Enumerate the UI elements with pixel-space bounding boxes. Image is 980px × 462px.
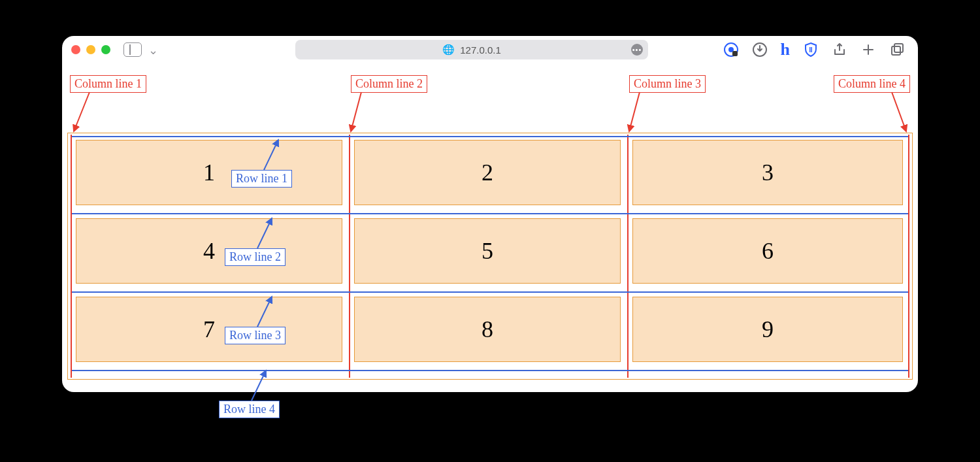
column-line-3-label: Column line 3 <box>629 75 706 93</box>
grid-cell-8: 8 <box>354 297 621 362</box>
grid-cell-5: 5 <box>354 218 621 284</box>
grid-cell-3: 3 <box>632 140 903 205</box>
row-line-3-label: Row line 3 <box>225 327 286 344</box>
column-line-1 <box>71 135 72 378</box>
column-1-arrow <box>70 91 96 139</box>
grid-cell-9: 9 <box>632 297 903 362</box>
row-line-1-label: Row line 1 <box>231 170 292 188</box>
row-line-2 <box>72 213 908 214</box>
column-2-arrow <box>342 91 368 139</box>
browser-window: ⌄ 🌐 127.0.0.1 ••• h <box>62 36 918 392</box>
row-line-4 <box>72 370 908 371</box>
column-line-4 <box>908 135 909 378</box>
grid-cell-2: 2 <box>354 140 621 205</box>
zoom-window-button[interactable] <box>101 45 110 54</box>
svg-rect-7 <box>894 44 903 52</box>
share-icon[interactable] <box>832 42 847 58</box>
page-settings-icon[interactable]: ••• <box>631 44 643 56</box>
column-line-3 <box>627 135 629 378</box>
address-text: 127.0.0.1 <box>460 44 501 56</box>
svg-rect-5 <box>811 47 813 52</box>
svg-rect-6 <box>892 46 900 55</box>
row-line-3 <box>72 291 908 293</box>
close-window-button[interactable] <box>71 45 80 54</box>
tab-overview-icon[interactable] <box>889 42 905 58</box>
browser-chrome: ⌄ 🌐 127.0.0.1 ••• h <box>62 36 918 63</box>
svg-rect-4 <box>809 47 811 52</box>
window-controls <box>71 45 110 54</box>
row-line-2-label: Row line 2 <box>225 248 286 266</box>
grid-cell-1: 1 <box>76 140 342 205</box>
svg-rect-2 <box>732 51 738 56</box>
grid-cell-6: 6 <box>632 218 903 284</box>
minimize-window-button[interactable] <box>86 45 95 54</box>
globe-icon: 🌐 <box>442 44 455 56</box>
svg-line-11 <box>892 92 906 131</box>
grid-cell-7: 7 <box>76 297 342 362</box>
ublock-shield-icon[interactable] <box>803 42 819 58</box>
grid-frame: 1 2 3 4 5 6 7 8 9 Row line 1 Row line 2 … <box>67 133 913 380</box>
column-3-arrow <box>620 91 646 139</box>
grid-cell-4: 4 <box>76 218 342 284</box>
toolbar-right: h <box>723 40 909 59</box>
tab-group-chevron-icon[interactable]: ⌄ <box>148 42 158 58</box>
svg-line-8 <box>74 92 90 131</box>
toggle-sidebar-button[interactable] <box>123 42 142 57</box>
downloads-icon[interactable] <box>752 42 768 58</box>
column-line-4-label: Column line 4 <box>834 75 910 93</box>
new-tab-icon[interactable] <box>860 42 876 58</box>
row-line-4-label: Row line 4 <box>219 401 280 418</box>
svg-line-9 <box>351 92 361 131</box>
privacy-report-icon[interactable] <box>723 42 739 58</box>
honey-extension-icon[interactable]: h <box>781 40 790 59</box>
row-line-1 <box>72 136 908 137</box>
svg-line-10 <box>629 92 640 131</box>
address-bar[interactable]: 🌐 127.0.0.1 ••• <box>295 40 648 59</box>
column-line-1-label: Column line 1 <box>70 75 146 93</box>
column-4-arrow <box>887 91 913 139</box>
column-line-2-label: Column line 2 <box>351 75 427 93</box>
grid-diagram: Column line 1 Column line 2 Column line … <box>67 75 913 376</box>
column-line-2 <box>349 135 350 378</box>
